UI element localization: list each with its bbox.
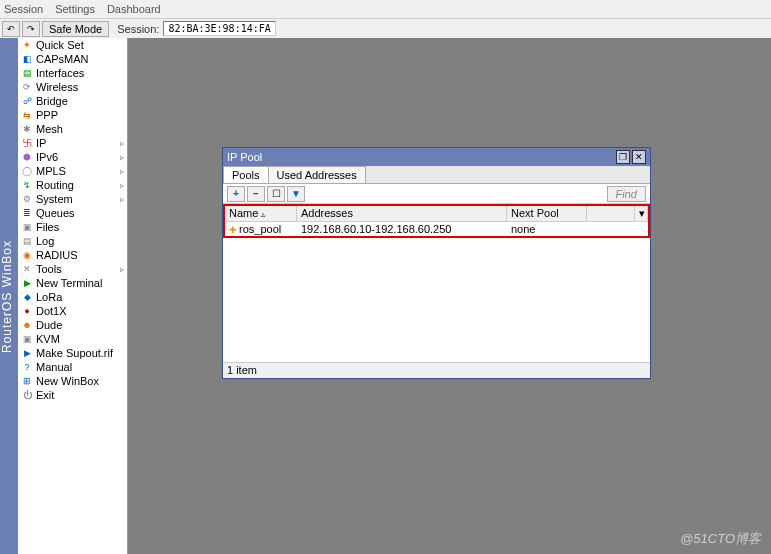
highlight-annotation: Name ▵ Addresses Next Pool ▾ ✚ros_pool 1… (223, 204, 650, 238)
sidebar-item-radius[interactable]: ◉RADIUS (18, 248, 127, 262)
add-button[interactable]: + (227, 186, 245, 202)
sidebar-item-label: Dot1X (36, 305, 67, 317)
sidebar-item-system[interactable]: ⚙System▹ (18, 192, 127, 206)
sidebar-item-capsman[interactable]: ◧CAPsMAN (18, 52, 127, 66)
redo-button[interactable]: ↷ (22, 21, 40, 37)
tabs: Pools Used Addresses (223, 166, 650, 184)
capsman-icon: ◧ (21, 53, 33, 65)
sidebar-item-new-terminal[interactable]: ▶New Terminal (18, 276, 127, 290)
comment-button[interactable]: ☐ (267, 186, 285, 202)
col-addresses[interactable]: Addresses (297, 206, 507, 221)
bridge-icon: ☍ (21, 95, 33, 107)
find-button[interactable]: Find (607, 186, 646, 202)
sidebar-item-label: Dude (36, 319, 62, 331)
interfaces-icon: ▤ (21, 67, 33, 79)
files-icon: ▣ (21, 221, 33, 233)
sidebar-item-label: Log (36, 235, 54, 247)
window-close-button[interactable]: ✕ (632, 150, 646, 164)
col-dropdown[interactable]: ▾ (634, 206, 648, 221)
sidebar-item-label: IP (36, 137, 46, 149)
sidebar-item-log[interactable]: ▤Log (18, 234, 127, 248)
safemode-button[interactable]: Safe Mode (42, 21, 109, 37)
cell-nextpool: none (507, 223, 587, 235)
window-titlebar[interactable]: IP Pool ❐ ✕ (223, 148, 650, 166)
sidebar-item-label: Make Supout.rif (36, 347, 113, 359)
undo-button[interactable]: ↶ (2, 21, 20, 37)
log-icon: ▤ (21, 235, 33, 247)
sidebar-item-ip[interactable]: 卐IP▹ (18, 136, 127, 150)
col-nextpool[interactable]: Next Pool (507, 206, 587, 221)
sidebar-item-manual[interactable]: ?Manual (18, 360, 127, 374)
sidebar-item-dot1x[interactable]: ●Dot1X (18, 304, 127, 318)
sidebar-item-exit[interactable]: ⏻Exit (18, 388, 127, 402)
mesh-icon: ✱ (21, 123, 33, 135)
sidebar-item-queues[interactable]: ≣Queues (18, 206, 127, 220)
kvm-icon: ▣ (21, 333, 33, 345)
sidebar-item-label: PPP (36, 109, 58, 121)
sidebar-item-tools[interactable]: ✕Tools▹ (18, 262, 127, 276)
sidebar-item-new-winbox[interactable]: ⊞New WinBox (18, 374, 127, 388)
menubar: Session Settings Dashboard (0, 0, 771, 18)
sidebar-item-label: RADIUS (36, 249, 78, 261)
sidebar-item-interfaces[interactable]: ▤Interfaces (18, 66, 127, 80)
sidebar-item-label: Exit (36, 389, 54, 401)
submenu-arrow-icon: ▹ (120, 139, 124, 148)
make-supout-rif-icon: ▶ (21, 347, 33, 359)
wireless-icon: ⟳ (21, 81, 33, 93)
sidebar-item-kvm[interactable]: ▣KVM (18, 332, 127, 346)
sidebar-item-label: Manual (36, 361, 72, 373)
sidebar-item-dude[interactable]: ☻Dude (18, 318, 127, 332)
col-name[interactable]: Name ▵ (225, 206, 297, 221)
menu-settings[interactable]: Settings (55, 3, 95, 15)
sidebar-item-label: Bridge (36, 95, 68, 107)
filter-button[interactable]: ▼ (287, 186, 305, 202)
sidebar-item-label: System (36, 193, 73, 205)
ipv6-icon: ⬢ (21, 151, 33, 163)
toolbar: ↶ ↷ Safe Mode Session: 82:BA:3E:98:14:FA (0, 18, 771, 38)
tab-pools[interactable]: Pools (223, 166, 269, 183)
submenu-arrow-icon: ▹ (120, 153, 124, 162)
table-body[interactable] (223, 238, 650, 362)
window-restore-button[interactable]: ❐ (616, 150, 630, 164)
sidebar-item-label: Quick Set (36, 39, 84, 51)
sidebar-item-label: Wireless (36, 81, 78, 93)
sidebar-item-label: New Terminal (36, 277, 102, 289)
window-toolbar: + − ☐ ▼ Find (223, 184, 650, 204)
sidebar-item-mesh[interactable]: ✱Mesh (18, 122, 127, 136)
tab-used-addresses[interactable]: Used Addresses (268, 166, 366, 183)
sidebar-item-mpls[interactable]: ◯MPLS▹ (18, 164, 127, 178)
sidebar-item-ipv6[interactable]: ⬢IPv6▹ (18, 150, 127, 164)
ip-icon: 卐 (21, 137, 33, 149)
routing-icon: ↯ (21, 179, 33, 191)
sidebar-item-make-supout-rif[interactable]: ▶Make Supout.rif (18, 346, 127, 360)
sidebar-item-ppp[interactable]: ⇆PPP (18, 108, 127, 122)
sidebar-item-label: LoRa (36, 291, 62, 303)
sidebar-item-wireless[interactable]: ⟳Wireless (18, 80, 127, 94)
menu-dashboard[interactable]: Dashboard (107, 3, 161, 15)
submenu-arrow-icon: ▹ (120, 167, 124, 176)
table-header: Name ▵ Addresses Next Pool ▾ (225, 206, 648, 222)
new-terminal-icon: ▶ (21, 277, 33, 289)
submenu-arrow-icon: ▹ (120, 181, 124, 190)
sidebar-item-label: New WinBox (36, 375, 99, 387)
system-icon: ⚙ (21, 193, 33, 205)
session-value: 82:BA:3E:98:14:FA (163, 21, 275, 36)
menu-session[interactable]: Session (4, 3, 43, 15)
sidebar-item-routing[interactable]: ↯Routing▹ (18, 178, 127, 192)
dot1x-icon: ● (21, 305, 33, 317)
table-row[interactable]: ✚ros_pool 192.168.60.10-192.168.60.250 n… (225, 222, 648, 236)
sidebar-item-lora[interactable]: ◆LoRa (18, 290, 127, 304)
cell-name: ros_pool (239, 223, 281, 235)
sidebar-item-bridge[interactable]: ☍Bridge (18, 94, 127, 108)
sidebar-item-label: Files (36, 221, 59, 233)
dude-icon: ☻ (21, 319, 33, 331)
sidebar-item-label: Queues (36, 207, 75, 219)
cell-addresses: 192.168.60.10-192.168.60.250 (297, 223, 507, 235)
app-title-vertical: RouterOS WinBox (0, 38, 18, 554)
sidebar-item-quick-set[interactable]: ✦Quick Set (18, 38, 127, 52)
remove-button[interactable]: − (247, 186, 265, 202)
sidebar-item-label: Mesh (36, 123, 63, 135)
sidebar-item-files[interactable]: ▣Files (18, 220, 127, 234)
sidebar-item-label: MPLS (36, 165, 66, 177)
sidebar-item-label: Tools (36, 263, 62, 275)
